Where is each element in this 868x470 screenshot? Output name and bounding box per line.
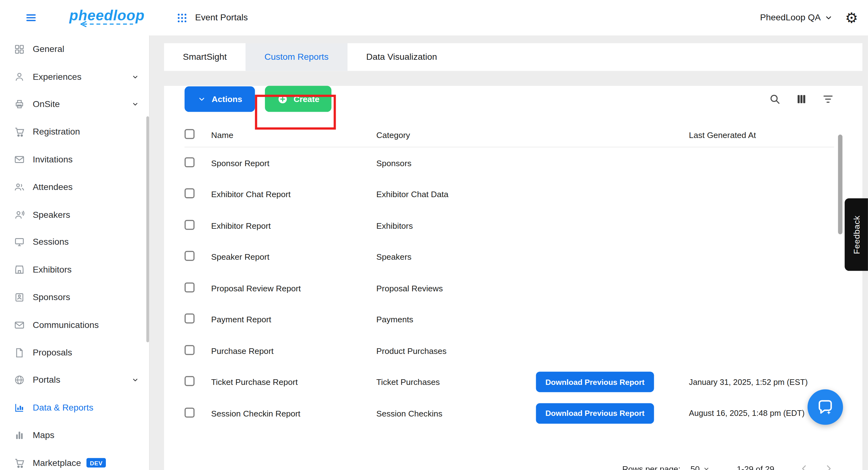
sidebar-item-label: Registration [33,127,80,137]
sidebar-item-label: Portals [33,375,60,385]
feedback-label: Feedback [852,215,861,254]
menu-icon[interactable] [25,11,37,24]
row-checkbox[interactable] [184,376,194,386]
sidebar-item-label: General [33,44,64,54]
sidebar-item-label: Attendees [33,182,73,192]
sidebar-item-maps[interactable]: Maps [0,422,149,449]
row-checkbox[interactable] [184,345,194,355]
chevron-down-icon [197,95,206,103]
sidebar-item-label: Proposals [33,348,72,358]
sidebar-item-registration[interactable]: Registration [0,118,149,146]
sidebar: General Experiences OnSite Registration … [0,35,150,470]
next-page-icon[interactable] [823,463,834,470]
sidebar-item-proposals[interactable]: Proposals [0,339,149,366]
tab-data-visualization[interactable]: Data Visualization [347,43,456,71]
sidebar-item-sponsors[interactable]: Sponsors [0,284,149,311]
sidebar-item-exhibitors[interactable]: Exhibitors [0,256,149,283]
report-category: Product Purchases [376,346,536,356]
sidebar-item-speakers[interactable]: Speakers [0,201,149,228]
rows-per-page-select[interactable]: 50 [690,464,710,470]
sidebar-item-portals[interactable]: Portals [0,366,149,394]
table-row: Ticket Purchase Report Ticket Purchases … [184,366,834,398]
printer-icon [14,99,25,110]
account-chevron-down-icon[interactable] [824,13,833,22]
mail-icon [14,320,25,330]
row-checkbox[interactable] [184,251,194,261]
search-icon[interactable] [769,93,781,105]
row-checkbox[interactable] [184,313,194,324]
sidebar-item-general[interactable]: General [0,35,149,63]
settings-gear-icon[interactable]: ⚙ [845,11,858,25]
bars-icon [14,430,25,441]
speaker-icon [14,209,25,220]
sidebar-item-onsite[interactable]: OnSite [0,91,149,118]
tab-custom-reports[interactable]: Custom Reports [246,43,347,71]
sidebar-item-sessions[interactable]: Sessions [0,228,149,256]
download-previous-report-button[interactable]: Download Previous Report [536,372,654,392]
filter-icon[interactable] [822,93,834,105]
row-checkbox[interactable] [184,157,194,167]
tab-label: Data Visualization [366,52,437,62]
tab-label: Custom Reports [265,52,329,62]
row-checkbox[interactable] [184,282,194,292]
row-checkbox[interactable] [184,407,194,417]
plus-circle-icon [277,93,288,104]
chat-fab-button[interactable] [808,389,843,425]
sidebar-item-experiences[interactable]: Experiences [0,63,149,91]
row-checkbox[interactable] [184,220,194,230]
pagination-range: 1-29 of 29 [737,464,774,470]
feedback-tab[interactable]: Feedback [844,198,868,271]
previous-page-icon[interactable] [799,463,810,470]
report-name: Ticket Purchase Report [211,377,376,387]
sidebar-item-label: Sessions [33,237,69,247]
sidebar-item-data-reports[interactable]: Data & Reports [0,394,149,422]
chat-icon [816,398,835,416]
chevron-down-icon [131,376,139,384]
toolbar-icons [769,93,834,105]
sidebar-scrollbar[interactable] [146,116,149,342]
dev-badge: DEV [86,458,106,468]
row-checkbox[interactable] [184,189,194,198]
people-icon [14,181,25,193]
sidebar-nav: General Experiences OnSite Registration … [0,35,149,470]
person-icon [14,71,25,82]
download-previous-report-button[interactable]: Download Previous Report [536,403,654,424]
report-category: Session Checkins [376,409,536,418]
chevron-down-icon [131,100,139,108]
report-name: Payment Report [211,315,376,324]
account-area: PheedLoop QA ⚙ [760,11,858,25]
file-icon [14,347,25,358]
logo-arrow [78,21,136,27]
columns-icon[interactable] [795,93,808,105]
cart-icon [14,458,25,468]
report-category: Ticket Purchases [376,377,536,387]
account-name[interactable]: PheedLoop QA [760,13,821,23]
column-header-last-generated[interactable]: Last Generated At [689,130,834,140]
sidebar-item-invitations[interactable]: Invitations [0,146,149,173]
sidebar-item-marketplace[interactable]: Marketplace DEV [0,449,149,470]
table-row: Proposal Review Report Proposal Reviews [184,273,834,304]
column-header-category[interactable]: Category [376,130,536,140]
chevron-down-icon [131,73,139,81]
actions-button[interactable]: Actions [184,86,255,111]
select-all-checkbox[interactable] [184,129,194,139]
sidebar-item-label: Exhibitors [33,265,71,275]
create-button[interactable]: Create [265,86,331,112]
tab-smartsight[interactable]: SmartSight [164,43,246,71]
report-category: Exhibitor Chat Data [376,190,536,199]
rows-per-page-value: 50 [690,464,700,470]
store-icon [14,264,25,275]
sidebar-item-communications[interactable]: Communications [0,311,149,339]
pheedloop-logo[interactable]: pheedloop [69,8,145,27]
table-row: Session Checkin Report Session Checkins … [184,398,834,429]
report-name: Exhibitor Report [211,221,376,230]
report-category: Sponsors [376,158,536,168]
pagination: Rows per page: 50 1-29 of 29 [622,463,834,470]
apps-grid-icon[interactable] [176,12,188,24]
sidebar-item-attendees[interactable]: Attendees [0,173,149,201]
column-header-name[interactable]: Name [211,130,376,140]
report-category: Speakers [376,252,536,262]
report-name: Proposal Review Report [211,283,376,293]
table-row: Speaker Report Speakers [184,241,834,273]
table-scrollbar[interactable] [838,135,842,234]
